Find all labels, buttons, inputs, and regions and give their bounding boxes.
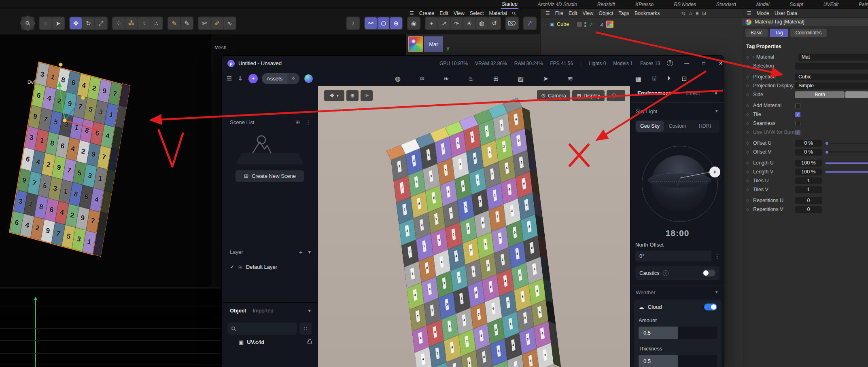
add-scene-icon[interactable]: ⊞ [295, 119, 300, 125]
layer-item[interactable]: ✓ ≋ Default Layer [230, 264, 277, 270]
minimize-button[interactable]: — [683, 61, 690, 66]
texture-icon[interactable]: ▨ [518, 75, 524, 82]
search-tool[interactable]: ⚲ [19, 15, 36, 32]
keyframe-diamond-icon[interactable]: ◇ [746, 112, 753, 116]
layout-tab-standard[interactable]: Standard [715, 1, 737, 8]
om-menu-bookmarks[interactable]: Bookmarks [635, 11, 660, 16]
delete-tool[interactable]: ⌦ [506, 17, 518, 29]
om-menu-file[interactable]: File [555, 11, 563, 16]
spline-pen-tool[interactable]: ✎ [181, 17, 193, 29]
am-menu-mode[interactable]: Mode [757, 11, 769, 16]
scale-tool[interactable]: ⤢ [95, 17, 107, 29]
layout-tab-redshift[interactable]: Redshift [596, 1, 616, 8]
search-icon[interactable]: ⚲ [680, 10, 687, 17]
attr-field-tiles-v[interactable]: 1 [795, 186, 822, 193]
layout-tab-paint[interactable]: Paint [858, 1, 868, 8]
ai-sparkle-icon[interactable]: ✦ [248, 74, 258, 83]
move-tool[interactable]: ✥ [70, 17, 82, 29]
object-panel-title[interactable]: Object [230, 308, 246, 314]
keyframe-diamond-icon[interactable]: ◇ [746, 130, 753, 134]
c4d-bottom-viewport[interactable] [0, 288, 221, 367]
om-menu-view[interactable]: View [582, 11, 593, 16]
point-transform-tool[interactable]: ⁂ [125, 17, 137, 29]
hamburger-icon[interactable]: ☰ [545, 11, 550, 16]
live-selection-tool[interactable]: ◌ [40, 17, 51, 29]
keyframe-diamond-icon[interactable]: ◇ [746, 64, 753, 68]
material-name-label[interactable]: Mat [424, 36, 443, 52]
material-thumbnail[interactable] [408, 36, 423, 52]
layout-tab-uvedit[interactable]: UVEdit [823, 1, 839, 8]
attr-tab-basic[interactable]: Basic [745, 29, 768, 37]
weather-title[interactable]: Weather [636, 289, 656, 295]
light-icon[interactable]: ◍ [395, 75, 401, 82]
axis-gizmo[interactable] [0, 34, 211, 287]
transform-tool-chip[interactable]: ✥ ▾ [324, 90, 344, 101]
object-row-cube[interactable]: — ▣ Cube ✓ ⊿ [543, 20, 742, 29]
north-offset-input[interactable]: 0° [635, 251, 711, 262]
attr-button-side[interactable]: Both [795, 91, 845, 98]
attr-tab-coordinates[interactable]: Coordinates [790, 29, 827, 37]
tab-effect[interactable]: Effect [686, 90, 700, 96]
kebab-icon[interactable]: ⋮ [306, 119, 311, 125]
search-icon[interactable]: ⚲ [511, 10, 517, 16]
walk-mode-chip[interactable]: ⚇ ▾ [607, 90, 625, 101]
om-menu-tags[interactable]: Tags [618, 11, 629, 16]
render-image-icon[interactable]: ▦ [635, 75, 641, 82]
material-tag-thumbnail[interactable] [606, 21, 613, 28]
sky-mode-custom[interactable]: Custom [664, 121, 691, 132]
keyframe-diamond-icon[interactable]: ◇ [746, 75, 753, 79]
keyframe-diamond-icon[interactable]: ◇ [746, 93, 753, 97]
layer-color-toggle[interactable] [577, 22, 582, 27]
spline-smooth-tool[interactable]: ✎ [168, 17, 180, 29]
caustics-toggle[interactable] [702, 270, 715, 276]
simulation-tool[interactable]: ⚯ [365, 17, 377, 29]
keyframe-diamond-icon[interactable]: ◇ [746, 170, 753, 174]
menu-select[interactable]: Select [470, 11, 484, 16]
attr-field-repetitions-u[interactable]: 0 [795, 197, 822, 204]
material-orb-icon[interactable] [304, 74, 313, 83]
expander-icon[interactable]: › [753, 55, 755, 59]
hamburger-icon[interactable]: ☰ [410, 11, 414, 16]
attr-checkbox-seamless[interactable] [795, 121, 800, 126]
picker-chip[interactable]: ✑ [361, 90, 373, 101]
maximize-button[interactable]: □ [700, 61, 707, 66]
help-button[interactable]: ? [667, 60, 673, 66]
attr-field-material[interactable]: Mat [798, 54, 868, 61]
knife-tool[interactable]: ✄ [199, 17, 210, 29]
home-icon[interactable]: ⌂ [689, 11, 692, 16]
sketch-tool[interactable]: ∿ [224, 17, 236, 29]
thickness-slider[interactable]: 0.5 [639, 355, 717, 367]
keyframe-diamond-icon[interactable]: ◇ [746, 161, 753, 165]
attr-tab-tag[interactable]: Tag [770, 29, 788, 37]
recycle-tool[interactable]: ↺ [488, 17, 500, 29]
point-move-tool[interactable]: ⁘ [113, 17, 125, 29]
attr-field-offset-v[interactable]: 0 % [795, 149, 822, 156]
attr-field-projection[interactable]: Cubic [795, 74, 868, 80]
material-link-icon[interactable]: ∞ [420, 75, 424, 82]
om-menu-object[interactable]: Object [598, 11, 613, 16]
close-button[interactable]: ✕ [717, 61, 724, 66]
add-layer-icon[interactable]: + [299, 249, 303, 255]
display-button[interactable]: ⊞ Display [572, 90, 605, 101]
sparkle-icon[interactable]: ✧ [714, 90, 718, 96]
layers-icon[interactable]: ≋ [568, 75, 573, 82]
keyframe-diamond-icon[interactable]: ◇ [746, 179, 753, 183]
help-icon[interactable]: ? [663, 270, 669, 276]
attr-slider-offset-v[interactable] [826, 152, 868, 152]
keyframe-diamond-icon[interactable]: ◇ [746, 141, 753, 145]
attr-field-length-u[interactable]: 100 % [795, 160, 822, 167]
menu-create[interactable]: Create [419, 11, 435, 16]
enabled-check-icon[interactable]: ✓ [589, 21, 593, 27]
attr-field-length-v[interactable]: 100 % [795, 169, 822, 175]
attr-checkbox-use-uvw-for-bump[interactable]: ✓ [795, 130, 800, 135]
layout-tab-archviz-4d-studio[interactable]: ArchViz 4D Studio [537, 1, 578, 8]
particle-icon[interactable]: ♨ [468, 75, 474, 82]
create-new-scene-button[interactable]: ⊞ Create New Scene [236, 170, 304, 182]
phong-tag-icon[interactable]: ⊿ [600, 21, 604, 27]
sphere-preview-tool[interactable]: ◍ [476, 17, 488, 29]
picker-tool[interactable]: ✑ [451, 17, 463, 29]
attr-checkbox-add-material[interactable] [795, 103, 800, 108]
world-axis-chip[interactable]: ⊕ [346, 90, 359, 101]
object-view-grid-button[interactable]: ∷ [299, 323, 312, 335]
cloud-toggle[interactable] [704, 304, 717, 310]
